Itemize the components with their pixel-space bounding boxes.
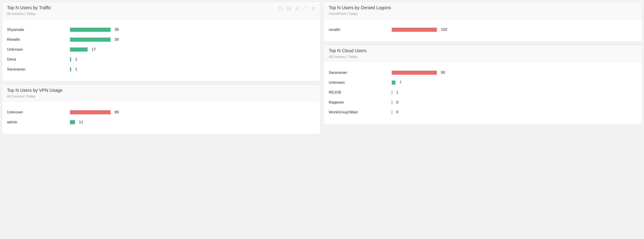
bar-value: 1 bbox=[396, 90, 398, 95]
bar-row: Ragavan0 bbox=[329, 98, 637, 107]
left-column: Top N Users by Traffic All Devices | Tod… bbox=[2, 2, 320, 134]
bar-value: 89 bbox=[114, 110, 119, 114]
panel-header: Top N Users by VPN Usage All Devices | T… bbox=[2, 84, 320, 101]
bar-label: admin bbox=[7, 120, 70, 124]
panel-title: Top N Users by Denied Logons bbox=[329, 5, 391, 10]
panel-traffic: Top N Users by Traffic All Devices | Tod… bbox=[2, 2, 320, 81]
bar-track: 0 bbox=[392, 100, 637, 105]
bar bbox=[70, 48, 88, 52]
bar-label: WorkGroup\\Mari bbox=[329, 110, 392, 114]
panel-header: Top N Users by Denied Logons CheckPoint … bbox=[324, 2, 642, 18]
bar-value: 39 bbox=[114, 37, 119, 42]
bar-label: Shyamala bbox=[7, 28, 70, 32]
bar-track: 89 bbox=[70, 110, 315, 114]
bar bbox=[392, 71, 437, 75]
panel-subtitle: All Devices | Today bbox=[7, 12, 51, 16]
bar-label: Saravanan bbox=[7, 67, 70, 72]
bar-track: 0 bbox=[392, 110, 637, 114]
bar-row: revathi100 bbox=[329, 25, 637, 35]
panel-title: Top N Users by Traffic bbox=[7, 5, 51, 10]
bar-row: Revathi39 bbox=[7, 35, 315, 44]
edit-icon[interactable] bbox=[295, 6, 299, 10]
bar-row: Shyamala39 bbox=[7, 25, 315, 35]
bar bbox=[392, 90, 392, 94]
panel-titles: Top N Cloud Users All Devices | Today bbox=[329, 48, 366, 58]
bar-label: Unknown bbox=[329, 80, 392, 85]
panel-cloud: Top N Cloud Users All Devices | Today Sa… bbox=[324, 45, 642, 124]
bar-value: 11 bbox=[79, 120, 83, 124]
panel-denied: Top N Users by Denied Logons CheckPoint … bbox=[324, 2, 642, 42]
bar-label: Ragavan bbox=[329, 100, 392, 105]
dashboard-grid: Top N Users by Traffic All Devices | Tod… bbox=[2, 2, 642, 134]
panel-header: Top N Users by Traffic All Devices | Tod… bbox=[2, 2, 320, 18]
bar-value: 17 bbox=[92, 47, 96, 52]
panel-titles: Top N Users by Traffic All Devices | Tod… bbox=[7, 5, 51, 16]
panel-titles: Top N Users by VPN Usage All Devices | T… bbox=[7, 88, 62, 98]
bar-track: 17 bbox=[70, 47, 315, 52]
panel-toolbar bbox=[279, 5, 315, 10]
panel-title: Top N Cloud Users bbox=[329, 48, 366, 53]
bar-row: Deva1 bbox=[7, 54, 315, 64]
bar-label: Saravanan bbox=[329, 70, 392, 75]
bar-track: 39 bbox=[70, 28, 315, 32]
panel-body: revathi100 bbox=[324, 18, 642, 42]
bar-track: 100 bbox=[392, 28, 637, 32]
right-column: Top N Users by Denied Logons CheckPoint … bbox=[324, 2, 642, 134]
bar bbox=[70, 58, 71, 62]
bar-row: Saravanan1 bbox=[7, 64, 315, 74]
bar-value: 1 bbox=[75, 67, 77, 72]
bar bbox=[70, 38, 110, 42]
bar-track: 1 bbox=[70, 57, 315, 62]
bar-row: Unknown17 bbox=[7, 44, 315, 54]
bar-label: revathi bbox=[329, 28, 392, 32]
chart-icon[interactable] bbox=[287, 6, 291, 10]
bar-value: 90 bbox=[441, 70, 445, 75]
bar bbox=[392, 28, 437, 32]
panel-body: Unknown89admin11 bbox=[2, 101, 320, 134]
refresh-icon[interactable] bbox=[279, 6, 283, 10]
bar-label: Revathi bbox=[7, 37, 70, 42]
bar bbox=[392, 80, 395, 84]
expand-icon[interactable] bbox=[303, 6, 307, 10]
bar-row: REJOE1 bbox=[329, 88, 637, 98]
bar-value: 0 bbox=[396, 110, 398, 114]
bar bbox=[392, 100, 392, 104]
bar-value: 7 bbox=[400, 80, 402, 85]
bar bbox=[70, 67, 71, 71]
bar-track: 90 bbox=[392, 70, 637, 75]
bar-label: Deva bbox=[7, 57, 70, 62]
bar-value: 0 bbox=[396, 100, 398, 105]
bar bbox=[70, 120, 75, 124]
delete-icon[interactable] bbox=[311, 6, 315, 10]
bar-row: Saravanan90 bbox=[329, 68, 637, 78]
bar-row: admin11 bbox=[7, 117, 315, 127]
bar bbox=[392, 110, 392, 114]
bar-row: Unknown7 bbox=[329, 78, 637, 88]
bar-value: 100 bbox=[441, 28, 447, 32]
bar-value: 1 bbox=[75, 57, 77, 62]
bar-track: 7 bbox=[392, 80, 637, 85]
bar-track: 39 bbox=[70, 37, 315, 42]
bar bbox=[70, 28, 110, 32]
panel-subtitle: All Devices | Today bbox=[329, 55, 366, 58]
bar-track: 1 bbox=[70, 67, 315, 72]
panel-titles: Top N Users by Denied Logons CheckPoint … bbox=[329, 5, 391, 16]
bar-value: 39 bbox=[114, 28, 119, 32]
panel-body: Shyamala39Revathi39Unknown17Deva1Saravan… bbox=[2, 18, 320, 81]
bar-row: Unknown89 bbox=[7, 107, 315, 117]
panel-header: Top N Cloud Users All Devices | Today bbox=[324, 45, 642, 62]
bar bbox=[70, 110, 110, 114]
bar-label: Unknown bbox=[7, 110, 70, 114]
panel-subtitle: CheckPoint | Today bbox=[329, 12, 391, 16]
bar-label: Unknown bbox=[7, 47, 70, 52]
panel-title: Top N Users by VPN Usage bbox=[7, 88, 62, 93]
bar-row: WorkGroup\\Mari0 bbox=[329, 107, 637, 117]
panel-body: Saravanan90Unknown7REJOE1Ragavan0WorkGro… bbox=[324, 62, 642, 124]
bar-label: REJOE bbox=[329, 90, 392, 95]
bar-track: 11 bbox=[70, 120, 315, 124]
bar-track: 1 bbox=[392, 90, 637, 95]
panel-subtitle: All Devices | Today bbox=[7, 94, 62, 98]
panel-vpn: Top N Users by VPN Usage All Devices | T… bbox=[2, 84, 320, 134]
